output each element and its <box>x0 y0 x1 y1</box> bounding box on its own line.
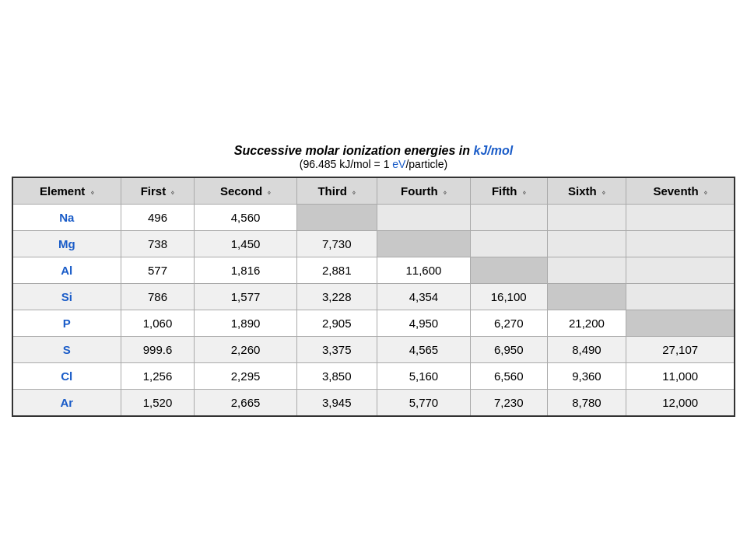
col-element[interactable]: Element ⬨ <box>12 177 121 205</box>
cell-value: 5,160 <box>377 362 470 389</box>
cell-value: 1,520 <box>121 389 195 416</box>
col-seventh[interactable]: Seventh ⬨ <box>626 177 735 205</box>
sort-icon-seventh: ⬨ <box>703 188 707 196</box>
cell-value: 4,565 <box>377 336 470 362</box>
cell-value: 3,850 <box>296 362 377 389</box>
cell-value: 11,000 <box>626 362 735 389</box>
table-row: Si7861,5773,2284,35416,100 <box>12 283 735 310</box>
table-row: Ar1,5202,6653,9455,7707,2308,78012,000 <box>12 389 735 416</box>
cell-value: 2,905 <box>296 310 377 336</box>
cell-value <box>296 204 377 230</box>
col-sixth[interactable]: Sixth ⬨ <box>547 177 626 205</box>
cell-value: 7,230 <box>470 389 547 416</box>
cell-value: 4,560 <box>195 204 296 230</box>
cell-value: 1,060 <box>121 310 195 336</box>
title-line2-suffix: /particle) <box>405 158 447 170</box>
cell-value: 4,950 <box>377 310 470 336</box>
cell-value: 3,228 <box>296 283 377 310</box>
main-container: Successive molar ionization energies in … <box>4 128 743 432</box>
cell-value: 496 <box>121 204 195 230</box>
col-first[interactable]: First ⬨ <box>121 177 195 205</box>
sort-icon-sixth: ⬨ <box>601 188 605 196</box>
title-block: Successive molar ionization energies in … <box>12 144 735 170</box>
table-row: Mg7381,4507,730 <box>12 230 735 257</box>
col-third[interactable]: Third ⬨ <box>296 177 377 205</box>
cell-value <box>547 257 626 283</box>
cell-value: 2,260 <box>195 336 296 362</box>
title-line2-prefix: (96.485 kJ/mol = 1 <box>300 158 392 170</box>
table-row: Al5771,8162,88111,600 <box>12 257 735 283</box>
cell-value: 3,945 <box>296 389 377 416</box>
cell-value: 6,270 <box>470 310 547 336</box>
cell-value: 27,107 <box>626 336 735 362</box>
sort-icon-fifth: ⬨ <box>522 188 526 196</box>
cell-value <box>470 230 547 257</box>
cell-value: 2,881 <box>296 257 377 283</box>
cell-element: S <box>12 336 121 362</box>
cell-value <box>377 230 470 257</box>
table-row: Cl1,2562,2953,8505,1606,5609,36011,000 <box>12 362 735 389</box>
cell-element: Cl <box>12 362 121 389</box>
cell-element: Al <box>12 257 121 283</box>
cell-value: 1,816 <box>195 257 296 283</box>
cell-value: 8,780 <box>547 389 626 416</box>
cell-value <box>377 204 470 230</box>
title-line2: (96.485 kJ/mol = 1 eV/particle) <box>12 158 735 170</box>
cell-value: 7,730 <box>296 230 377 257</box>
table-header-row: Element ⬨ First ⬨ Second ⬨ Third ⬨ Fourt… <box>12 177 735 205</box>
cell-element: Si <box>12 283 121 310</box>
cell-value: 21,200 <box>547 310 626 336</box>
title-unit: kJ/mol <box>473 144 513 157</box>
cell-value <box>547 204 626 230</box>
cell-value <box>547 283 626 310</box>
cell-element: Na <box>12 204 121 230</box>
sort-icon-fourth: ⬨ <box>443 188 447 196</box>
sort-icon-first: ⬨ <box>170 188 174 196</box>
cell-value: 8,490 <box>547 336 626 362</box>
cell-value: 2,665 <box>195 389 296 416</box>
title-ev-unit: eV <box>392 158 405 170</box>
cell-value: 2,295 <box>195 362 296 389</box>
cell-value: 12,000 <box>626 389 735 416</box>
col-fifth[interactable]: Fifth ⬨ <box>470 177 547 205</box>
cell-value: 11,600 <box>377 257 470 283</box>
cell-value: 1,256 <box>121 362 195 389</box>
cell-value <box>470 204 547 230</box>
table-row: P1,0601,8902,9054,9506,27021,200 <box>12 310 735 336</box>
col-second[interactable]: Second ⬨ <box>195 177 296 205</box>
title-prefix: Successive molar ionization energies in <box>234 144 474 157</box>
table-row: Na4964,560 <box>12 204 735 230</box>
cell-value <box>626 230 735 257</box>
cell-value: 738 <box>121 230 195 257</box>
cell-value: 577 <box>121 257 195 283</box>
cell-value: 6,950 <box>470 336 547 362</box>
cell-value: 9,360 <box>547 362 626 389</box>
table-row: S999.62,2603,3754,5656,9508,49027,107 <box>12 336 735 362</box>
cell-value <box>547 230 626 257</box>
cell-value: 5,770 <box>377 389 470 416</box>
ionization-table: Element ⬨ First ⬨ Second ⬨ Third ⬨ Fourt… <box>12 177 735 417</box>
cell-value <box>626 283 735 310</box>
cell-element: P <box>12 310 121 336</box>
cell-value: 3,375 <box>296 336 377 362</box>
cell-value: 1,450 <box>195 230 296 257</box>
cell-value: 786 <box>121 283 195 310</box>
cell-value: 1,890 <box>195 310 296 336</box>
cell-value: 999.6 <box>121 336 195 362</box>
cell-value <box>626 310 735 336</box>
title-line1: Successive molar ionization energies in … <box>12 144 735 158</box>
sort-icon-element: ⬨ <box>90 188 94 196</box>
cell-element: Ar <box>12 389 121 416</box>
cell-value <box>626 257 735 283</box>
cell-value <box>470 257 547 283</box>
col-fourth[interactable]: Fourth ⬨ <box>377 177 470 205</box>
cell-element: Mg <box>12 230 121 257</box>
cell-value: 1,577 <box>195 283 296 310</box>
cell-value <box>626 204 735 230</box>
cell-value: 4,354 <box>377 283 470 310</box>
sort-icon-third: ⬨ <box>352 188 356 196</box>
cell-value: 16,100 <box>470 283 547 310</box>
sort-icon-second: ⬨ <box>267 188 271 196</box>
cell-value: 6,560 <box>470 362 547 389</box>
